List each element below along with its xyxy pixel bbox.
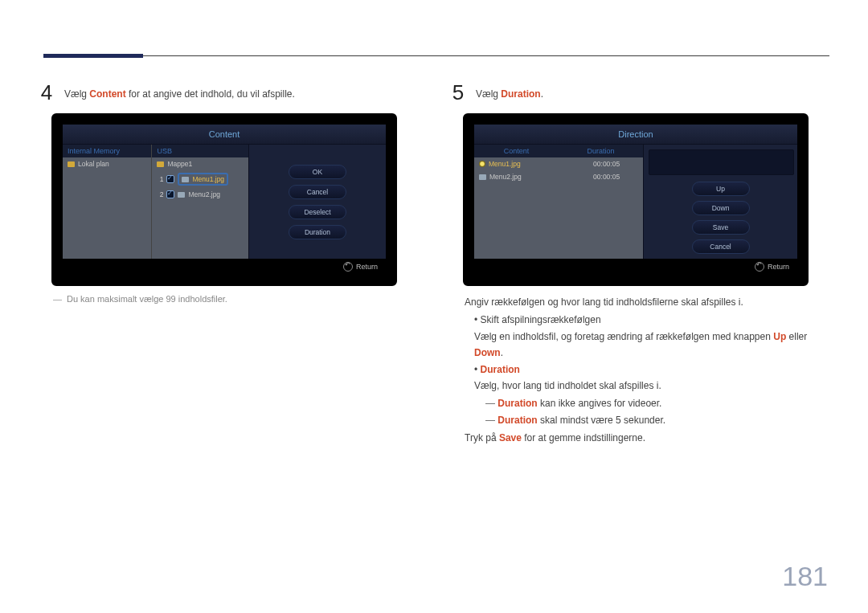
image-thumb-icon [479,174,486,180]
step4-text: Vælg Content for at angive det indhold, … [64,88,295,100]
direction-row-1[interactable]: Menu1.jpg 00:00:05 [474,157,643,170]
file-label: Menu1.jpg [192,175,224,183]
step5-em: Duration [501,88,540,100]
step5-text: Vælg Duration. [476,88,543,100]
note2-rest: skal mindst være 5 sekunder. [538,415,665,426]
file-index: 1 [157,175,163,183]
image-thumb-icon [178,192,185,198]
content-header: Content [474,145,559,157]
order-body-post: . [501,347,503,358]
folder-label: Mappe1 [167,160,192,168]
down-button[interactable]: Down [692,201,750,215]
checkbox-icon[interactable] [166,190,174,198]
direction-device-screenshot: Direction Content Duration Menu1.jpg 00:… [463,113,809,286]
file-label: Menu2.jpg [489,173,590,181]
folder-lokal-plan[interactable]: Lokal plan [63,157,151,170]
step4-em: Content [89,88,125,100]
column-step5: 5 Vælg Duration. Direction Content Durat… [450,80,829,447]
file-label: Menu1.jpg [489,160,590,168]
step5-number: 5 [450,80,466,105]
checkbox-icon[interactable] [166,175,174,183]
column-step4: 4 Vælg Content for at angive det indhold… [39,80,418,447]
save-post: for at gemme indstillingerne. [522,432,645,443]
preview-box [649,149,794,175]
duration-value: 00:00:05 [593,160,638,168]
deselect-button[interactable]: Deselect [289,205,346,219]
step4-note: Du kan maksimalt vælge 99 indholdsfiler. [53,294,418,304]
return-icon [755,262,764,272]
note1-em: Duration [497,398,537,409]
order-heading: Skift afspilningsrækkefølgen [481,314,601,325]
cancel-button[interactable]: Cancel [289,185,346,199]
internal-memory-header: Internal Memory [63,145,151,157]
file-menu2[interactable]: 2 Menu2.jpg [152,188,248,201]
folder-label: Lokal plan [78,160,109,168]
save-button[interactable]: Save [692,220,750,235]
step5-post: . [541,88,543,100]
usb-header: USB [152,145,248,157]
cancel-button[interactable]: Cancel [692,239,750,254]
duration-button[interactable]: Duration [289,225,346,239]
step5-description: Angiv rækkefølgen og hvor lang tid indho… [465,294,829,447]
duration-body: Vælg, hvor lang tid indholdet skal afspi… [474,380,661,391]
file-index: 2 [157,190,163,198]
image-thumb-icon [182,177,189,182]
ok-button[interactable]: OK [289,165,346,179]
duration-heading: Duration [481,364,520,375]
return-label[interactable]: Return [356,263,378,271]
note1-rest: kan ikke angives for videoer. [538,398,662,409]
down-em: Down [474,347,501,358]
step4-post: for at angive det indhold, du vil afspil… [126,88,295,100]
step4-pre: Vælg [64,88,89,100]
file-menu1[interactable]: 1 Menu1.jpg [152,170,248,188]
duration-header: Duration [559,145,643,157]
folder-icon [68,161,75,167]
file-label: Menu2.jpg [188,190,220,198]
up-em: Up [773,331,786,342]
content-device-screenshot: Content Internal Memory Lokal plan USB [51,113,397,286]
return-icon [343,262,353,272]
folder-mappe1[interactable]: Mappe1 [152,157,248,170]
duration-value: 00:00:05 [593,173,638,181]
image-thumb-icon [479,161,485,167]
note2-em: Duration [497,415,537,426]
note-text: Du kan maksimalt vælge 99 indholdsfiler. [67,294,227,304]
return-label[interactable]: Return [768,263,789,271]
step5-pre: Vælg [476,88,501,100]
folder-icon [157,161,164,167]
step4-number: 4 [39,80,55,105]
direction-panel-title: Direction [474,125,797,145]
save-em: Save [499,432,522,443]
desc-line1: Angiv rækkefølgen og hvor lang tid indho… [465,294,829,310]
or-text: eller [786,331,807,342]
direction-row-2[interactable]: Menu2.jpg 00:00:05 [474,170,643,183]
page-number: 181 [782,561,828,592]
order-body-pre: Vælg en indholdsfil, og foretag ændring … [474,331,773,342]
up-button[interactable]: Up [692,182,750,196]
content-panel-title: Content [63,125,386,145]
save-pre: Tryk på [465,432,499,443]
